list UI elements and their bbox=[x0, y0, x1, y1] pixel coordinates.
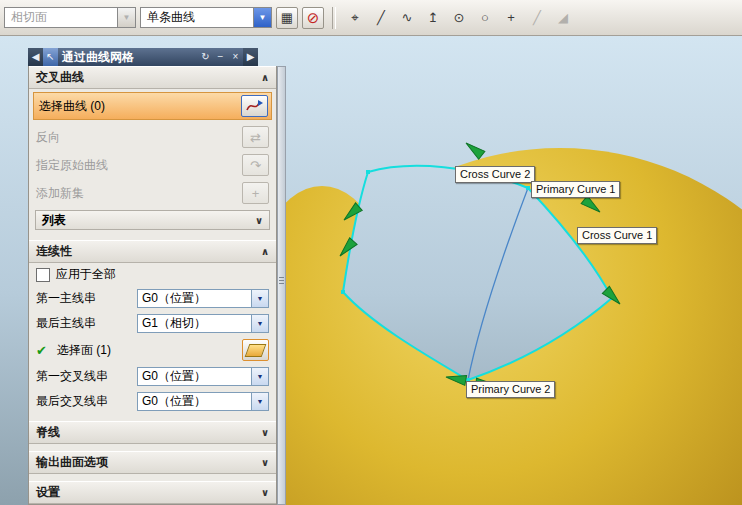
reverse-label: 反向 bbox=[36, 129, 236, 146]
end-point-icon[interactable]: ╱ bbox=[370, 7, 392, 29]
first-primary-combo[interactable]: G0（位置） ▼ bbox=[137, 289, 269, 308]
last-cross-value: G0（位置） bbox=[138, 393, 251, 410]
curve-select-icon bbox=[246, 99, 264, 113]
chevron-down-icon[interactable]: ∨ bbox=[261, 427, 269, 438]
snap-point-dialog-icon[interactable]: ⌖ bbox=[344, 7, 366, 29]
dialog-minimize-button[interactable]: − bbox=[213, 48, 228, 66]
quadrant-point-icon[interactable]: ○ bbox=[474, 7, 496, 29]
chevron-down-icon[interactable]: ▼ bbox=[117, 8, 135, 27]
cross-curve-2-label: Cross Curve 2 bbox=[455, 166, 535, 183]
dialog-resize-handle[interactable] bbox=[277, 66, 286, 505]
last-cross-label: 最后交叉线串 bbox=[36, 393, 137, 410]
first-primary-value: G0（位置） bbox=[138, 290, 251, 307]
section-cross-curve[interactable]: 交叉曲线 ∧ bbox=[29, 66, 276, 89]
chevron-down-icon[interactable]: ▼ bbox=[251, 393, 268, 410]
select-face-row[interactable]: ✔ 选择面 (1) bbox=[29, 336, 276, 364]
first-cross-combo[interactable]: G0（位置） ▼ bbox=[137, 367, 269, 386]
section-divider bbox=[29, 233, 276, 240]
dialog-pointer-icon[interactable]: ↖ bbox=[43, 48, 58, 66]
first-primary-label: 第一主线串 bbox=[36, 290, 137, 307]
first-cross-row: 第一交叉线串 G0（位置） ▼ bbox=[29, 364, 276, 389]
apply-to-all-label: 应用于全部 bbox=[56, 266, 269, 283]
select-curve-button[interactable] bbox=[241, 95, 268, 117]
add-new-set-row: 添加新集 + bbox=[29, 179, 276, 207]
last-primary-row: 最后主线串 G1（相切） ▼ bbox=[29, 311, 276, 336]
last-cross-combo[interactable]: G0（位置） ▼ bbox=[137, 392, 269, 411]
dialog-reset-button[interactable]: ↻ bbox=[198, 48, 213, 66]
cross-curve-1-label: Cross Curve 1 bbox=[577, 227, 657, 244]
face-icon bbox=[245, 344, 267, 357]
section-spine[interactable]: 脊线 ∨ bbox=[29, 421, 276, 444]
origin-curve-icon: ↷ bbox=[242, 154, 269, 176]
check-icon: ✔ bbox=[36, 343, 47, 358]
section-spine-label: 脊线 bbox=[36, 424, 60, 441]
last-primary-value: G1（相切） bbox=[138, 315, 251, 332]
primary-curve-1-label: Primary Curve 1 bbox=[531, 181, 620, 198]
section-settings-label: 设置 bbox=[36, 484, 60, 501]
specify-origin-curve-label: 指定原始曲线 bbox=[36, 157, 236, 174]
chevron-down-icon[interactable]: ∨ bbox=[261, 457, 269, 468]
add-new-set-label: 添加新集 bbox=[36, 185, 236, 202]
section-continuity-label: 连续性 bbox=[36, 243, 72, 260]
reverse-direction-icon: ⇄ bbox=[242, 126, 269, 148]
application-window: 相切面 ▼ 单条曲线 ▼ ▦ ⊘ ⌖ ╱ ∿ ↥ ⊙ ○ + ╱ ◢ bbox=[0, 0, 742, 505]
point-on-line-icon[interactable]: ╱ bbox=[526, 7, 548, 29]
section-continuity[interactable]: 连续性 ∧ bbox=[29, 240, 276, 263]
chevron-down-icon[interactable]: ▼ bbox=[253, 8, 271, 27]
toolbar-separator bbox=[332, 7, 336, 29]
select-curve-label: 选择曲线 (0) bbox=[39, 98, 235, 115]
last-cross-row: 最后交叉线串 G0（位置） ▼ bbox=[29, 389, 276, 414]
selection-filter-combo[interactable]: 相切面 ▼ bbox=[4, 7, 136, 28]
last-primary-label: 最后主线串 bbox=[36, 315, 137, 332]
chevron-down-icon[interactable]: ▼ bbox=[251, 290, 268, 307]
reverse-row: 反向 ⇄ bbox=[29, 123, 276, 151]
section-divider bbox=[29, 414, 276, 421]
snap-off-icon[interactable]: ⊘ bbox=[302, 7, 324, 29]
curve-rule-combo[interactable]: 单条曲线 ▼ bbox=[140, 7, 272, 28]
chevron-up-icon[interactable]: ∧ bbox=[261, 72, 269, 83]
dialog-forward-button[interactable]: ▶ bbox=[243, 48, 258, 66]
chevron-down-icon[interactable]: ▼ bbox=[251, 315, 268, 332]
dialog-back-button[interactable]: ◀ bbox=[28, 48, 43, 66]
select-face-button[interactable] bbox=[242, 339, 269, 361]
section-settings[interactable]: 设置 ∨ bbox=[29, 481, 276, 504]
apply-to-all-checkbox[interactable] bbox=[36, 268, 50, 282]
first-cross-label: 第一交叉线串 bbox=[36, 368, 137, 385]
grip-icon bbox=[278, 277, 285, 284]
first-cross-value: G0（位置） bbox=[138, 368, 251, 385]
section-divider bbox=[29, 444, 276, 451]
dialog-body: 交叉曲线 ∧ 选择曲线 (0) 反向 ⇄ 指定原始曲线 ↷ bbox=[28, 66, 277, 505]
chevron-down-icon[interactable]: ∨ bbox=[255, 215, 263, 226]
section-output-surface[interactable]: 输出曲面选项 ∨ bbox=[29, 451, 276, 474]
primary-curve-2-label: Primary Curve 2 bbox=[466, 381, 555, 398]
point-on-face-icon[interactable]: ◢ bbox=[552, 7, 574, 29]
section-output-surface-label: 输出曲面选项 bbox=[36, 454, 108, 471]
list-expander[interactable]: 列表 ∨ bbox=[35, 210, 270, 230]
selection-filter-value: 相切面 bbox=[5, 9, 117, 26]
chevron-down-icon[interactable]: ∨ bbox=[261, 487, 269, 498]
through-curve-mesh-dialog: ◀ ↖ 通过曲线网格 ↻ − × ▶ 交叉曲线 ∧ 选择曲线 (0) bbox=[28, 48, 277, 505]
select-face-label: 选择面 (1) bbox=[57, 342, 236, 359]
section-divider bbox=[29, 474, 276, 481]
point-on-curve-icon[interactable]: ∿ bbox=[396, 7, 418, 29]
first-primary-row: 第一主线串 G0（位置） ▼ bbox=[29, 286, 276, 311]
top-toolbar: 相切面 ▼ 单条曲线 ▼ ▦ ⊘ ⌖ ╱ ∿ ↥ ⊙ ○ + ╱ ◢ bbox=[0, 0, 742, 36]
mid-point-icon[interactable]: ↥ bbox=[422, 7, 444, 29]
list-label: 列表 bbox=[42, 212, 66, 229]
chevron-up-icon[interactable]: ∧ bbox=[261, 246, 269, 257]
center-point-icon[interactable]: ⊙ bbox=[448, 7, 470, 29]
specify-origin-curve-row: 指定原始曲线 ↷ bbox=[29, 151, 276, 179]
existing-point-icon[interactable]: + bbox=[500, 7, 522, 29]
chevron-down-icon[interactable]: ▼ bbox=[251, 368, 268, 385]
last-primary-combo[interactable]: G1（相切） ▼ bbox=[137, 314, 269, 333]
dialog-close-button[interactable]: × bbox=[228, 48, 243, 66]
add-set-icon: + bbox=[242, 182, 269, 204]
curve-rule-value: 单条曲线 bbox=[141, 9, 253, 26]
apply-to-all-row[interactable]: 应用于全部 bbox=[29, 263, 276, 286]
dialog-titlebar[interactable]: ◀ ↖ 通过曲线网格 ↻ − × ▶ bbox=[28, 48, 258, 66]
grid-snap-icon[interactable]: ▦ bbox=[276, 7, 298, 29]
section-cross-curve-label: 交叉曲线 bbox=[36, 69, 84, 86]
select-curve-row[interactable]: 选择曲线 (0) bbox=[33, 92, 272, 120]
dialog-title: 通过曲线网格 bbox=[58, 49, 198, 66]
